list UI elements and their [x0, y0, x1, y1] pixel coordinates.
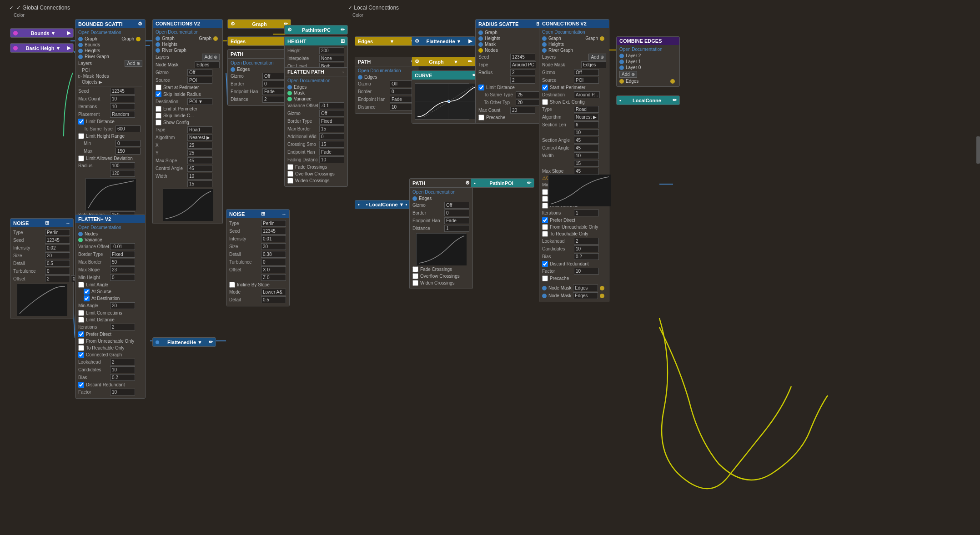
flatten-path-doc[interactable]: Open Documentation — [287, 78, 345, 83]
flatten-gizmo-val[interactable]: Off — [319, 110, 344, 117]
overflow-crossings-cb[interactable] — [287, 171, 293, 177]
conn-r-type-val[interactable]: Road — [574, 106, 599, 113]
limit-distance-cb[interactable] — [78, 119, 84, 125]
conn-r-add-btn[interactable]: Add ⊕ — [588, 54, 606, 60]
conn-x-val[interactable]: 25 — [187, 142, 212, 149]
flatten-limit-angle-cb[interactable] — [78, 282, 84, 288]
limit-dev-cb[interactable] — [78, 155, 84, 161]
flatten-lk-val[interactable]: 2 — [110, 359, 135, 365]
noise-left-header[interactable]: NOISE ⊞ → — [10, 219, 73, 227]
flattened-he-bottom-header[interactable]: FlattenedHe ▼ ✏ — [153, 338, 216, 346]
flatten-at-dest-cb[interactable] — [84, 295, 90, 301]
flatten-cand-val[interactable]: 10 — [110, 366, 135, 373]
bounded-scatter-doc[interactable]: Open Documentation — [78, 30, 142, 35]
conn-r-gizmo-val[interactable]: Off — [574, 69, 599, 76]
flatten-iter-val[interactable]: 2 — [110, 324, 135, 330]
conn-algo-val[interactable]: Nearest ▶ — [187, 134, 212, 141]
local-conne-right-edit-icon[interactable]: ✏ — [673, 97, 677, 103]
conn-r-show-ext-cb[interactable] — [542, 99, 548, 105]
height-header[interactable]: HEIGHT ⊞ — [285, 37, 347, 45]
path-br-overflow-cb[interactable] — [412, 273, 418, 279]
layers-add-btn[interactable]: Add ⊕ — [125, 60, 142, 67]
pathinterpc-edit-icon[interactable]: ✏ — [341, 27, 345, 33]
noise-intensity-val[interactable]: 0.02 — [45, 245, 70, 251]
noise-r-type-val[interactable]: Perlin — [261, 220, 286, 227]
flatten-at-source-cb[interactable] — [84, 289, 90, 295]
conn-r-prec-cb[interactable] — [542, 275, 548, 281]
flatten-border-type-val[interactable]: Fixed — [319, 118, 344, 125]
conn-max-slope-val[interactable]: 45 — [187, 157, 212, 164]
connections-v2-right-header[interactable]: CONNECTIONS V2 — [539, 20, 609, 28]
flatten-mb2-val[interactable]: 50 — [110, 259, 135, 265]
conn-r-ca-val[interactable]: 45 — [574, 145, 599, 151]
flatten-lc-cb[interactable] — [78, 310, 84, 316]
noise-r-detail2-val[interactable]: 0.5 — [261, 296, 286, 303]
conn-r-factor-val[interactable]: 10 — [574, 268, 599, 275]
conn-r-w-val[interactable]: 10 — [574, 152, 599, 159]
path-br-fade-cb[interactable] — [412, 266, 418, 272]
noise-r-offset-y[interactable]: Z 0 — [261, 274, 286, 281]
resize-handle[interactable] — [976, 136, 980, 164]
curve-editor[interactable] — [415, 83, 469, 120]
flatten-fu-cb[interactable] — [78, 338, 84, 344]
conn-r-tr-cb[interactable] — [542, 231, 548, 237]
conn-end-perimeter-cb[interactable] — [156, 106, 161, 112]
flatten-mh-val[interactable]: 0 — [110, 274, 135, 281]
bounded-scatter-header[interactable]: BOUNDED SCATTI ⚙ — [75, 20, 145, 28]
conn-v2-left-doc[interactable]: Open Documentation — [156, 30, 220, 35]
noise-offset-x[interactable]: 2 — [45, 275, 70, 282]
conn-start-perimeter-cb[interactable] — [156, 85, 161, 90]
flattened-right-header[interactable]: ⚙ FlattenedHe ▼ ▶ — [412, 37, 475, 45]
height-val[interactable]: 300 — [319, 47, 344, 54]
flattened-bottom-edit-icon[interactable]: ✏ — [209, 339, 213, 345]
rs-mc-val[interactable]: 20 — [510, 107, 535, 114]
flatten-ep-val[interactable]: Fade — [319, 149, 344, 155]
conn-dest-val[interactable]: POI ▼ — [187, 98, 212, 105]
local-conne-bottom-header[interactable]: • • LocalConne ▼ • • — [355, 200, 418, 209]
flatten-crossing-val[interactable]: 15 — [319, 141, 344, 148]
conn-r-start-perimeter-cb[interactable] — [542, 85, 548, 90]
curve-header[interactable]: CURVE ✏ — [412, 71, 479, 80]
flatten-var-offset-val[interactable]: -0.1 — [319, 102, 344, 109]
rs-radius-val2[interactable]: 2 — [510, 77, 535, 84]
rs-ld-cb[interactable] — [478, 85, 484, 90]
conn-r-cand-val[interactable]: 10 — [574, 245, 599, 252]
pathinpoi-header[interactable]: • PathInPOI ✏ — [471, 179, 534, 187]
noise-r-incline-cb[interactable] — [229, 282, 235, 288]
conn-r-bias-val[interactable]: 0.2 — [574, 253, 599, 260]
path-br-gizmo-val[interactable]: Off — [444, 202, 469, 209]
seed-val[interactable]: 12345 — [110, 88, 135, 95]
conn-show-cfg-cb[interactable] — [156, 120, 161, 125]
path-r-gizmo-val[interactable]: Off — [390, 80, 415, 87]
conn-r-nm2-val[interactable]: Edges — [573, 285, 598, 291]
noise-detail-val[interactable]: 0.5 — [45, 260, 70, 267]
bounds-header[interactable]: Bounds ▼ ▶ — [10, 29, 73, 37]
conn-ctrl-angle-val[interactable]: 45 — [187, 165, 212, 172]
noise-r-offset-x[interactable]: X 0 — [261, 266, 286, 273]
conn-node-mask-val[interactable]: Edges — [195, 61, 220, 68]
basic-height-header[interactable]: Basic Heigh ▼ ▶ — [10, 44, 73, 52]
height-interp-val[interactable]: None — [319, 55, 344, 62]
path-br-gear-icon[interactable]: ⚙ — [465, 180, 470, 186]
conn-r-nm3-val[interactable]: Edges — [573, 292, 598, 299]
noise-r-mode-val[interactable]: Lower A& — [261, 289, 286, 295]
noise-r-seed-val[interactable]: 12345 — [261, 228, 286, 235]
fade-crossings-cb[interactable] — [287, 164, 293, 170]
rs-precache-cb[interactable] — [478, 115, 484, 120]
height-icon[interactable]: ⊞ — [341, 38, 345, 44]
widen-crossings-cb[interactable] — [287, 178, 293, 184]
flatten-bt2-val[interactable]: Fixed — [110, 251, 135, 258]
flatten-factor-val[interactable]: 10 — [110, 389, 135, 395]
noise-type-val[interactable]: Perlin — [45, 229, 70, 236]
path-border-val[interactable]: 0 — [262, 80, 287, 87]
path-r-ep-val[interactable]: Fade — [390, 96, 415, 103]
flatten-dr-cb[interactable] — [78, 382, 84, 388]
flatten-ma-val[interactable]: 20 — [110, 302, 135, 309]
placement-val[interactable]: Random — [110, 111, 135, 118]
conn-r-algo-val[interactable]: Nearest ▶ — [574, 114, 599, 120]
path-left-header[interactable]: PATH ⚙ — [228, 50, 291, 59]
conn-y-val[interactable]: 25 — [187, 150, 212, 156]
flatten-var-off2-val[interactable]: -0.01 — [110, 243, 135, 250]
conn-r-dest-val[interactable]: Around P... — [574, 91, 600, 98]
conn-width-val[interactable]: 10 — [187, 173, 212, 180]
